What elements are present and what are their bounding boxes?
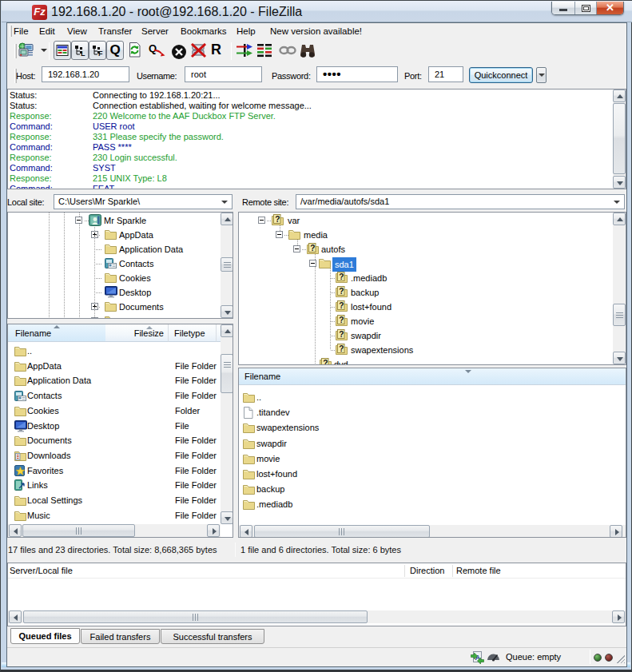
svg-text:?: ? <box>339 301 344 310</box>
svg-text:?: ? <box>339 330 344 339</box>
svg-text:?: ? <box>339 272 344 281</box>
svg-text:?: ? <box>339 344 344 353</box>
svg-text:?: ? <box>339 316 344 324</box>
svg-text:?: ? <box>310 244 315 252</box>
svg-text:F: F <box>98 50 103 58</box>
svg-text:?: ? <box>339 287 344 296</box>
svg-text:?: ? <box>275 215 280 224</box>
svg-text:?: ? <box>323 359 328 365</box>
svg-text:L: L <box>81 50 85 58</box>
